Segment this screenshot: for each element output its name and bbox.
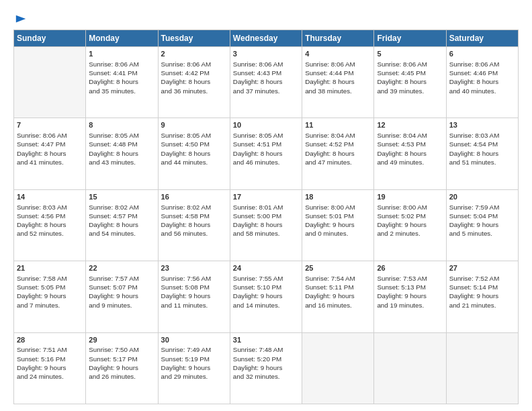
calendar-day-cell: 28Sunrise: 7:51 AM Sunset: 5:16 PM Dayli… — [14, 332, 86, 404]
calendar-week-row: 28Sunrise: 7:51 AM Sunset: 5:16 PM Dayli… — [14, 332, 519, 404]
calendar-day-cell: 22Sunrise: 7:57 AM Sunset: 5:07 PM Dayli… — [86, 261, 158, 332]
day-number: 25 — [305, 263, 371, 273]
day-number: 22 — [89, 263, 154, 273]
day-number: 8 — [89, 120, 154, 130]
day-number: 13 — [449, 120, 515, 130]
day-info: Sunrise: 8:06 AM Sunset: 4:44 PM Dayligh… — [305, 60, 371, 95]
day-number: 27 — [449, 263, 515, 273]
weekday-header-saturday: Saturday — [446, 30, 518, 47]
page: SundayMondayTuesdayWednesdayThursdayFrid… — [0, 0, 532, 411]
calendar-day-cell: 27Sunrise: 7:52 AM Sunset: 5:14 PM Dayli… — [446, 261, 518, 332]
day-info: Sunrise: 8:00 AM Sunset: 5:01 PM Dayligh… — [305, 203, 371, 238]
day-info: Sunrise: 7:56 AM Sunset: 5:08 PM Dayligh… — [161, 274, 227, 310]
day-number: 21 — [17, 263, 83, 273]
calendar-day-cell: 4Sunrise: 8:06 AM Sunset: 4:44 PM Daylig… — [302, 47, 374, 118]
day-info: Sunrise: 7:48 AM Sunset: 5:20 PM Dayligh… — [233, 345, 299, 381]
day-number: 9 — [161, 120, 227, 130]
day-number: 11 — [305, 120, 371, 130]
day-number: 24 — [233, 263, 299, 273]
day-info: Sunrise: 7:57 AM Sunset: 5:07 PM Dayligh… — [89, 274, 154, 310]
day-info: Sunrise: 8:06 AM Sunset: 4:41 PM Dayligh… — [89, 60, 154, 95]
day-info: Sunrise: 7:49 AM Sunset: 5:19 PM Dayligh… — [161, 345, 227, 381]
calendar-week-row: 21Sunrise: 7:58 AM Sunset: 5:05 PM Dayli… — [14, 261, 519, 332]
calendar-week-row: 7Sunrise: 8:06 AM Sunset: 4:47 PM Daylig… — [14, 118, 519, 189]
day-info: Sunrise: 8:02 AM Sunset: 4:58 PM Dayligh… — [161, 203, 227, 238]
day-number: 23 — [161, 263, 227, 273]
logo-flag-icon — [15, 13, 27, 26]
calendar-day-cell: 17Sunrise: 8:01 AM Sunset: 5:00 PM Dayli… — [230, 189, 302, 261]
day-number: 12 — [377, 120, 443, 130]
day-number: 5 — [377, 49, 443, 59]
day-info: Sunrise: 8:02 AM Sunset: 4:57 PM Dayligh… — [89, 203, 154, 238]
day-number: 18 — [305, 192, 371, 202]
weekday-header-sunday: Sunday — [14, 30, 86, 47]
day-info: Sunrise: 8:00 AM Sunset: 5:02 PM Dayligh… — [377, 203, 443, 238]
day-info: Sunrise: 7:50 AM Sunset: 5:17 PM Dayligh… — [89, 345, 154, 381]
weekday-header-thursday: Thursday — [302, 30, 374, 47]
day-number: 26 — [377, 263, 443, 273]
weekday-header-friday: Friday — [374, 30, 446, 47]
calendar-day-cell — [374, 332, 446, 404]
day-number: 15 — [89, 192, 154, 202]
day-info: Sunrise: 7:59 AM Sunset: 5:04 PM Dayligh… — [449, 203, 515, 238]
day-number: 7 — [17, 120, 83, 130]
day-info: Sunrise: 8:06 AM Sunset: 4:43 PM Dayligh… — [233, 60, 299, 95]
header — [13, 13, 519, 23]
day-info: Sunrise: 8:01 AM Sunset: 5:00 PM Dayligh… — [233, 203, 299, 238]
day-info: Sunrise: 8:03 AM Sunset: 4:56 PM Dayligh… — [17, 203, 83, 238]
weekday-header-row: SundayMondayTuesdayWednesdayThursdayFrid… — [14, 30, 519, 47]
calendar-day-cell: 29Sunrise: 7:50 AM Sunset: 5:17 PM Dayli… — [86, 332, 158, 404]
weekday-header-monday: Monday — [86, 30, 158, 47]
day-info: Sunrise: 8:05 AM Sunset: 4:48 PM Dayligh… — [89, 131, 154, 167]
logo — [13, 13, 27, 23]
day-info: Sunrise: 7:58 AM Sunset: 5:05 PM Dayligh… — [17, 274, 83, 310]
day-info: Sunrise: 8:06 AM Sunset: 4:42 PM Dayligh… — [161, 60, 227, 95]
calendar-day-cell: 10Sunrise: 8:05 AM Sunset: 4:51 PM Dayli… — [230, 118, 302, 189]
calendar-day-cell: 6Sunrise: 8:06 AM Sunset: 4:46 PM Daylig… — [446, 47, 518, 118]
day-number: 3 — [233, 49, 299, 59]
day-info: Sunrise: 7:55 AM Sunset: 5:10 PM Dayligh… — [233, 274, 299, 310]
calendar-week-row: 14Sunrise: 8:03 AM Sunset: 4:56 PM Dayli… — [14, 189, 519, 261]
calendar-day-cell: 14Sunrise: 8:03 AM Sunset: 4:56 PM Dayli… — [14, 189, 86, 261]
calendar-day-cell: 15Sunrise: 8:02 AM Sunset: 4:57 PM Dayli… — [86, 189, 158, 261]
day-number: 20 — [449, 192, 515, 202]
day-number: 2 — [161, 49, 227, 59]
day-info: Sunrise: 8:04 AM Sunset: 4:52 PM Dayligh… — [305, 131, 371, 167]
calendar-week-row: 1Sunrise: 8:06 AM Sunset: 4:41 PM Daylig… — [14, 47, 519, 118]
calendar-day-cell: 25Sunrise: 7:54 AM Sunset: 5:11 PM Dayli… — [302, 261, 374, 332]
calendar-day-cell: 1Sunrise: 8:06 AM Sunset: 4:41 PM Daylig… — [86, 47, 158, 118]
day-info: Sunrise: 8:04 AM Sunset: 4:53 PM Dayligh… — [377, 131, 443, 167]
day-number: 10 — [233, 120, 299, 130]
calendar-day-cell — [14, 47, 86, 118]
calendar-day-cell: 21Sunrise: 7:58 AM Sunset: 5:05 PM Dayli… — [14, 261, 86, 332]
day-number: 6 — [449, 49, 515, 59]
calendar-day-cell: 16Sunrise: 8:02 AM Sunset: 4:58 PM Dayli… — [158, 189, 230, 261]
calendar-day-cell: 18Sunrise: 8:00 AM Sunset: 5:01 PM Dayli… — [302, 189, 374, 261]
calendar-day-cell: 20Sunrise: 7:59 AM Sunset: 5:04 PM Dayli… — [446, 189, 518, 261]
day-number: 1 — [89, 49, 154, 59]
calendar-day-cell: 3Sunrise: 8:06 AM Sunset: 4:43 PM Daylig… — [230, 47, 302, 118]
weekday-header-wednesday: Wednesday — [230, 30, 302, 47]
day-info: Sunrise: 7:54 AM Sunset: 5:11 PM Dayligh… — [305, 274, 371, 310]
day-info: Sunrise: 8:06 AM Sunset: 4:46 PM Dayligh… — [449, 60, 515, 95]
calendar-day-cell: 2Sunrise: 8:06 AM Sunset: 4:42 PM Daylig… — [158, 47, 230, 118]
calendar-day-cell: 8Sunrise: 8:05 AM Sunset: 4:48 PM Daylig… — [86, 118, 158, 189]
day-number: 17 — [233, 192, 299, 202]
calendar-day-cell: 13Sunrise: 8:03 AM Sunset: 4:54 PM Dayli… — [446, 118, 518, 189]
calendar-day-cell: 19Sunrise: 8:00 AM Sunset: 5:02 PM Dayli… — [374, 189, 446, 261]
svg-marker-0 — [16, 15, 26, 23]
calendar-day-cell — [302, 332, 374, 404]
calendar-day-cell: 31Sunrise: 7:48 AM Sunset: 5:20 PM Dayli… — [230, 332, 302, 404]
calendar-day-cell: 12Sunrise: 8:04 AM Sunset: 4:53 PM Dayli… — [374, 118, 446, 189]
calendar-day-cell: 26Sunrise: 7:53 AM Sunset: 5:13 PM Dayli… — [374, 261, 446, 332]
calendar-day-cell: 7Sunrise: 8:06 AM Sunset: 4:47 PM Daylig… — [14, 118, 86, 189]
calendar-day-cell: 24Sunrise: 7:55 AM Sunset: 5:10 PM Dayli… — [230, 261, 302, 332]
day-info: Sunrise: 8:03 AM Sunset: 4:54 PM Dayligh… — [449, 131, 515, 167]
day-number: 16 — [161, 192, 227, 202]
calendar-day-cell: 30Sunrise: 7:49 AM Sunset: 5:19 PM Dayli… — [158, 332, 230, 404]
calendar-day-cell: 9Sunrise: 8:05 AM Sunset: 4:50 PM Daylig… — [158, 118, 230, 189]
day-number: 29 — [89, 335, 154, 345]
day-info: Sunrise: 8:06 AM Sunset: 4:47 PM Dayligh… — [17, 131, 83, 167]
day-number: 4 — [305, 49, 371, 59]
day-info: Sunrise: 8:06 AM Sunset: 4:45 PM Dayligh… — [377, 60, 443, 95]
